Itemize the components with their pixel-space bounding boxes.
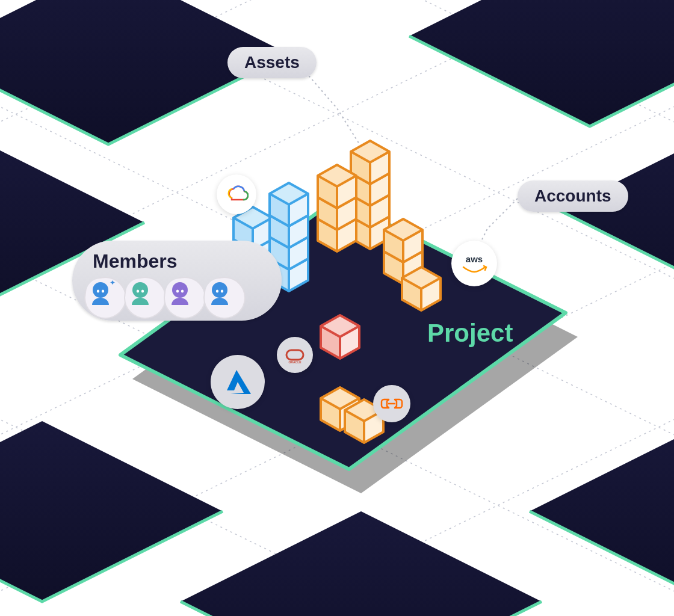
- svg-point-46: [176, 289, 179, 292]
- svg-point-47: [181, 289, 184, 292]
- diagram-stage: Assets Accounts Members ✦ Project aws OR…: [0, 0, 674, 616]
- avatar-blue: [203, 277, 246, 319]
- avatar-purple: [164, 277, 206, 319]
- azure-icon: [211, 355, 265, 409]
- svg-point-38: [102, 289, 104, 292]
- svg-point-51: [221, 289, 223, 292]
- oracle-icon: ORACLE: [277, 337, 313, 373]
- aws-icon: aws: [451, 241, 497, 286]
- members-label: Members: [93, 250, 178, 272]
- svg-point-37: [97, 289, 99, 292]
- alibaba-icon: [373, 385, 410, 422]
- avatar-teal: [124, 277, 166, 319]
- svg-point-42: [137, 289, 139, 292]
- svg-text:aws: aws: [466, 254, 483, 264]
- gcp-icon: [217, 174, 256, 214]
- svg-point-36: [93, 282, 108, 298]
- svg-text:ORACLE: ORACLE: [288, 360, 301, 364]
- assets-label: Assets: [227, 47, 317, 78]
- svg-rect-53: [286, 350, 303, 360]
- svg-text:✦: ✦: [110, 279, 116, 287]
- svg-point-45: [172, 282, 188, 298]
- svg-point-49: [212, 282, 227, 298]
- svg-point-41: [132, 282, 148, 298]
- member-avatars: ✦: [84, 277, 243, 319]
- project-label: Project: [427, 319, 513, 348]
- accounts-label: Accounts: [518, 180, 628, 212]
- svg-point-50: [216, 289, 218, 292]
- avatar-blue-sparkle: ✦: [84, 277, 126, 319]
- svg-point-43: [141, 289, 144, 292]
